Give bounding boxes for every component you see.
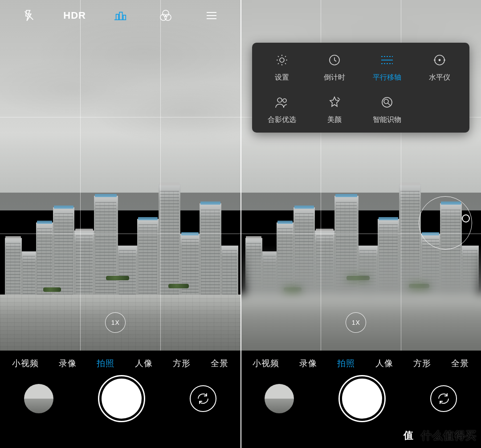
tilt-shift-toggle[interactable] bbox=[98, 10, 143, 21]
ai-detect-icon bbox=[379, 95, 395, 110]
mode-strip[interactable]: 小视频 录像 拍照 人像 方形 全景 bbox=[240, 358, 481, 369]
filters-icon bbox=[159, 9, 172, 22]
watermark-badge: 值 bbox=[399, 427, 417, 444]
zoom-indicator[interactable]: 1X bbox=[105, 312, 126, 333]
switch-camera-button[interactable] bbox=[190, 385, 216, 412]
mode-square[interactable]: 方形 bbox=[413, 358, 431, 369]
mode-strip[interactable]: 小视频 录像 拍照 人像 方形 全景 bbox=[0, 358, 240, 369]
svg-point-17 bbox=[283, 99, 286, 102]
menu-label: 设置 bbox=[275, 73, 289, 82]
watermark: 值 什么值得买 bbox=[399, 427, 477, 444]
svg-point-13 bbox=[439, 59, 440, 61]
svg-line-18 bbox=[338, 97, 340, 100]
hdr-toggle[interactable]: HDR bbox=[52, 10, 97, 21]
camera-screen-right: 1X 设置 倒计时 平行移轴 水平仪 bbox=[240, 0, 481, 427]
flash-off-icon bbox=[23, 9, 35, 22]
watermark-text: 什么值得买 bbox=[421, 428, 477, 443]
screenshot-divider bbox=[240, 0, 241, 448]
mode-photo[interactable]: 拍照 bbox=[337, 358, 355, 369]
tilt-shift-icon bbox=[113, 10, 127, 21]
level-icon bbox=[432, 52, 447, 68]
zoom-label: 1X bbox=[352, 319, 360, 326]
menu-label: 美颜 bbox=[327, 115, 342, 125]
zoom-indicator[interactable]: 1X bbox=[346, 312, 366, 333]
shutter-button[interactable] bbox=[102, 379, 142, 419]
hamburger-icon bbox=[205, 11, 218, 20]
bottom-panel: 小视频 录像 拍照 人像 方形 全景 bbox=[240, 351, 481, 427]
mode-portrait[interactable]: 人像 bbox=[135, 358, 153, 369]
settings-icon bbox=[274, 52, 289, 68]
mode-short-video[interactable]: 小视频 bbox=[12, 358, 39, 369]
svg-point-7 bbox=[280, 58, 284, 62]
more-menu-button[interactable] bbox=[189, 11, 234, 20]
menu-label: 平行移轴 bbox=[373, 73, 401, 82]
beauty-icon bbox=[327, 95, 342, 110]
menu-group-selfie[interactable]: 合影优选 bbox=[256, 95, 308, 125]
mode-pano[interactable]: 全景 bbox=[211, 358, 228, 369]
tilt-shift-lines-icon bbox=[379, 52, 395, 68]
menu-ai-detect[interactable]: 智能识物 bbox=[361, 95, 413, 125]
mode-record[interactable]: 录像 bbox=[59, 358, 77, 369]
menu-label: 倒计时 bbox=[324, 73, 345, 82]
viewfinder[interactable]: HDR 1X bbox=[0, 0, 240, 351]
live-preview bbox=[0, 0, 240, 351]
hdr-label: HDR bbox=[63, 10, 86, 21]
menu-timer[interactable]: 倒计时 bbox=[308, 52, 361, 82]
switch-camera-button[interactable] bbox=[430, 385, 457, 412]
menu-beauty[interactable]: 美颜 bbox=[308, 95, 361, 125]
mode-short-video[interactable]: 小视频 bbox=[253, 358, 279, 369]
more-menu-panel: 设置 倒计时 平行移轴 水平仪 合影优选 bbox=[252, 43, 469, 133]
gallery-thumbnail[interactable] bbox=[24, 384, 53, 413]
svg-line-21 bbox=[388, 103, 390, 105]
group-icon bbox=[274, 95, 289, 110]
filters-toggle[interactable] bbox=[143, 9, 188, 22]
flash-toggle[interactable] bbox=[6, 9, 52, 22]
camera-screen-left: HDR 1X 小视频 录像 拍照 人像 方形 全 bbox=[0, 0, 240, 427]
mode-photo[interactable]: 拍照 bbox=[97, 358, 114, 369]
menu-settings[interactable]: 设置 bbox=[256, 52, 308, 82]
svg-point-20 bbox=[384, 99, 388, 104]
svg-point-19 bbox=[382, 97, 392, 107]
menu-label: 智能识物 bbox=[373, 115, 401, 125]
tilt-shift-handle[interactable] bbox=[419, 196, 472, 250]
switch-camera-icon bbox=[196, 391, 210, 406]
mode-pano[interactable]: 全景 bbox=[451, 358, 469, 369]
mode-square[interactable]: 方形 bbox=[173, 358, 191, 369]
timer-icon bbox=[327, 52, 342, 68]
viewfinder[interactable]: 1X 设置 倒计时 平行移轴 水平仪 bbox=[240, 0, 481, 351]
menu-label: 水平仪 bbox=[429, 73, 450, 82]
zoom-label: 1X bbox=[111, 319, 120, 326]
gallery-thumbnail[interactable] bbox=[265, 384, 294, 413]
mode-portrait[interactable]: 人像 bbox=[375, 358, 393, 369]
mode-record[interactable]: 录像 bbox=[299, 358, 317, 369]
svg-point-16 bbox=[277, 98, 282, 102]
menu-tilt-shift[interactable]: 平行移轴 bbox=[361, 52, 413, 82]
menu-label: 合影优选 bbox=[268, 115, 296, 125]
shutter-button[interactable] bbox=[342, 379, 382, 419]
switch-camera-icon bbox=[436, 391, 451, 406]
top-toolbar: HDR bbox=[0, 0, 240, 31]
bottom-panel: 小视频 录像 拍照 人像 方形 全景 bbox=[0, 351, 240, 427]
menu-level[interactable]: 水平仪 bbox=[413, 52, 466, 82]
tilt-shift-blur-bottom bbox=[240, 246, 481, 351]
